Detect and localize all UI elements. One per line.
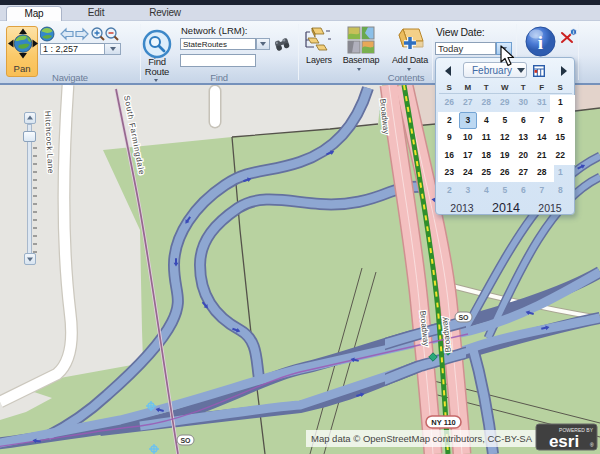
svg-text:Map data © OpenStreetMap contr: Map data © OpenStreetMap contributors, C… bbox=[311, 433, 533, 444]
svg-text:SO: SO bbox=[180, 437, 191, 444]
svg-text:esri: esri bbox=[549, 432, 579, 451]
svg-text:i: i bbox=[538, 32, 543, 53]
svg-text:®: ® bbox=[590, 442, 594, 448]
svg-text:NY 110: NY 110 bbox=[431, 418, 455, 427]
svg-text:SO: SO bbox=[458, 314, 469, 321]
